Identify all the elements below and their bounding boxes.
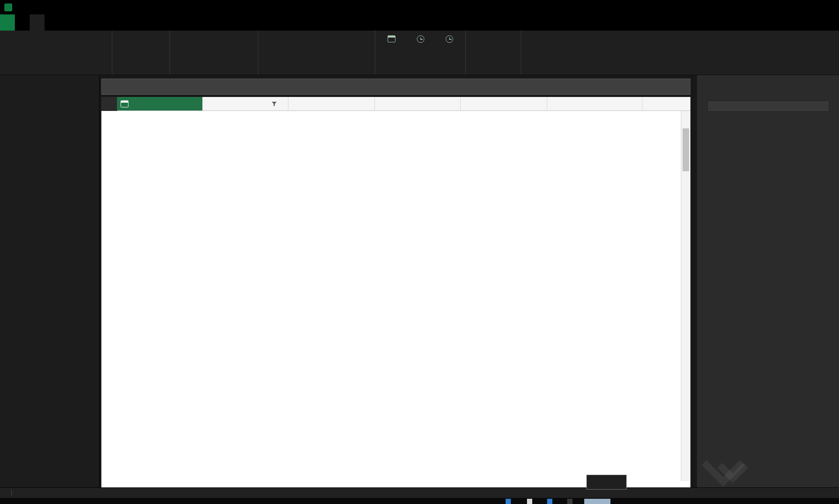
invertir-filas-button[interactable] <box>98 45 108 53</box>
filter-dropdown-icon[interactable] <box>633 100 640 107</box>
ribbon-group-fecha-hora <box>375 31 466 75</box>
rellenar-button[interactable] <box>134 45 148 53</box>
filter-dropdown-icon[interactable] <box>194 100 201 107</box>
standard-icon <box>307 34 317 44</box>
format-icon <box>219 34 229 44</box>
create-data-type-icon <box>496 34 505 44</box>
filter-dropdown-icon[interactable] <box>279 100 286 107</box>
statistics-icon <box>274 34 284 44</box>
transponer-button[interactable] <box>98 35 108 42</box>
fecha-button[interactable] <box>379 32 404 49</box>
dividir-columna-button[interactable] <box>174 32 207 51</box>
column-header-fecha[interactable] <box>117 97 203 111</box>
scroll-down-icon[interactable] <box>681 472 690 481</box>
date-type-icon <box>121 100 128 107</box>
minimize-button[interactable] <box>772 0 792 14</box>
properties-section-header[interactable] <box>697 88 839 96</box>
detectar-tipo-button[interactable] <box>116 45 130 53</box>
expandir-button[interactable] <box>470 35 479 42</box>
tab-transformar[interactable] <box>30 14 45 31</box>
convertir-en-lista-button[interactable] <box>152 56 166 64</box>
crear-tipo-datos-button[interactable] <box>484 32 517 45</box>
collapse-ribbon-icon[interactable] <box>818 14 829 31</box>
duracion-button[interactable] <box>437 32 461 50</box>
trigonometry-icon <box>357 35 364 42</box>
merge-columns-icon <box>240 35 247 42</box>
taskbar-app-icon[interactable] <box>547 499 552 504</box>
scientific-icon <box>336 34 346 44</box>
close-button[interactable] <box>819 0 839 14</box>
tab-archivo[interactable] <box>0 14 15 31</box>
hora-button[interactable] <box>408 32 433 50</box>
reemplazar-valores-button[interactable] <box>134 35 148 42</box>
all-properties-link[interactable] <box>697 116 839 121</box>
status-bar <box>0 487 839 498</box>
grid-header-filler <box>642 97 690 111</box>
informacion-button[interactable] <box>357 56 371 64</box>
redondeo-button[interactable] <box>357 45 371 53</box>
tipo-de-datos-button[interactable] <box>116 35 130 42</box>
select-all-button[interactable] <box>101 97 117 111</box>
query-settings-panel <box>697 75 839 487</box>
anular-dinamizacion-button[interactable] <box>152 35 166 42</box>
data-type-icon <box>116 35 123 42</box>
analizar-button[interactable] <box>240 56 254 64</box>
column-header-producto[interactable] <box>288 97 375 111</box>
taskbar-app-icon[interactable] <box>506 499 511 504</box>
scrollbar-thumb[interactable] <box>683 128 689 171</box>
feedback-smiley-icon[interactable] <box>829 14 839 31</box>
unpivot-icon <box>152 35 159 42</box>
extraer-valores-button[interactable] <box>470 56 479 64</box>
taskbar-app-icon[interactable] <box>567 499 572 504</box>
applied-steps-section-header[interactable] <box>697 121 839 129</box>
tab-inicio[interactable] <box>15 14 30 31</box>
cientifico-button[interactable] <box>329 32 353 51</box>
filter-dropdown-icon[interactable] <box>451 100 458 107</box>
query-name-input[interactable] <box>707 100 829 112</box>
tab-agregar-columna[interactable] <box>45 14 59 31</box>
data-preview-grid <box>101 97 690 487</box>
agregado-button[interactable] <box>470 45 479 53</box>
ribbon-group-columna-texto <box>170 31 258 75</box>
formula-bar[interactable] <box>101 79 690 95</box>
aggregate-icon <box>470 46 477 53</box>
ribbon-tab-row <box>0 14 839 31</box>
detect-type-icon <box>116 46 123 53</box>
expand-icon <box>470 35 477 42</box>
estandar-button[interactable] <box>300 32 324 51</box>
parse-icon <box>240 57 247 64</box>
scroll-up-icon[interactable] <box>681 111 690 121</box>
vertical-scrollbar[interactable] <box>681 111 690 481</box>
trigonometria-button[interactable] <box>357 35 371 42</box>
ribbon-group-tabla <box>1 31 112 75</box>
queries-pane-header <box>0 75 99 94</box>
title-bar <box>0 0 839 14</box>
queries-pane <box>0 75 100 487</box>
column-header-cantidad[interactable] <box>375 97 461 111</box>
filter-dropdown-icon[interactable] <box>366 100 373 107</box>
maximize-button[interactable] <box>795 0 815 14</box>
extract-icon <box>240 46 247 53</box>
contar-filas-button[interactable] <box>98 56 108 64</box>
mover-button[interactable] <box>152 45 166 53</box>
estadisticas-button[interactable] <box>262 32 295 51</box>
taskbar-app-icon[interactable] <box>584 499 610 504</box>
column-header-cliente[interactable] <box>203 97 288 111</box>
first-row-header-icon <box>63 34 73 44</box>
rounding-icon <box>357 46 364 53</box>
column-header-precio[interactable] <box>461 97 547 111</box>
extraer-button[interactable] <box>240 45 254 53</box>
filter-dropdown-icon[interactable] <box>538 100 545 107</box>
information-icon <box>357 57 364 64</box>
name-field-label <box>697 96 839 100</box>
formato-button[interactable] <box>211 32 236 51</box>
usar-primera-fila-button[interactable] <box>42 32 94 51</box>
combinar-columnas-button[interactable] <box>240 35 254 42</box>
tab-vista[interactable] <box>59 14 74 31</box>
agrupar-por-button[interactable] <box>5 32 38 45</box>
taskbar-app-icon[interactable] <box>527 499 532 504</box>
cambiar-nombre-button[interactable] <box>116 56 130 64</box>
column-header-precio-con-descuento[interactable] <box>547 97 642 111</box>
columna-dinamica-button[interactable] <box>134 56 148 64</box>
move-icon <box>152 46 159 53</box>
